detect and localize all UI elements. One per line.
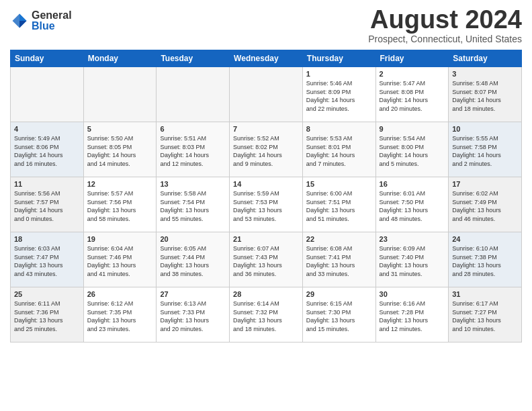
day-number: 17 (452, 180, 518, 188)
calendar-cell: 18Sunrise: 6:03 AMSunset: 7:47 PMDayligh… (11, 232, 84, 287)
day-number: 5 (87, 125, 153, 133)
calendar-cell: 13Sunrise: 5:58 AMSunset: 7:54 PMDayligh… (157, 177, 230, 232)
calendar-cell: 6Sunrise: 5:51 AMSunset: 8:03 PMDaylight… (157, 122, 230, 177)
day-number: 10 (452, 125, 518, 133)
calendar-header-friday: Friday (375, 50, 449, 67)
day-info: Sunrise: 6:04 AMSunset: 7:46 PMDaylight:… (87, 244, 153, 278)
day-number: 25 (14, 290, 80, 298)
day-info: Sunrise: 6:15 AMSunset: 7:30 PMDaylight:… (306, 300, 372, 333)
logo-icon (10, 11, 29, 30)
calendar-cell: 14Sunrise: 5:59 AMSunset: 7:53 PMDayligh… (230, 177, 303, 232)
day-number: 3 (452, 70, 518, 78)
location: Prospect, Connecticut, United States (368, 34, 522, 44)
day-info: Sunrise: 5:51 AMSunset: 8:03 PMDaylight:… (160, 134, 226, 168)
calendar-cell: 21Sunrise: 6:07 AMSunset: 7:43 PMDayligh… (230, 232, 303, 287)
day-info: Sunrise: 5:46 AMSunset: 8:09 PMDaylight:… (306, 79, 372, 113)
day-number: 23 (380, 235, 445, 243)
day-info: Sunrise: 5:55 AMSunset: 7:58 PMDaylight:… (452, 134, 518, 168)
calendar-cell: 31Sunrise: 6:17 AMSunset: 7:27 PMDayligh… (449, 287, 522, 342)
calendar-cell: 12Sunrise: 5:57 AMSunset: 7:56 PMDayligh… (83, 177, 157, 232)
day-info: Sunrise: 6:02 AMSunset: 7:49 PMDaylight:… (452, 189, 518, 223)
calendar-cell: 19Sunrise: 6:04 AMSunset: 7:46 PMDayligh… (83, 232, 157, 287)
day-number: 16 (380, 180, 445, 188)
logo-text: General Blue (32, 10, 72, 32)
calendar-cell (83, 67, 157, 122)
calendar-cell: 1Sunrise: 5:46 AMSunset: 8:09 PMDaylight… (302, 67, 375, 122)
day-info: Sunrise: 6:07 AMSunset: 7:43 PMDaylight:… (233, 244, 299, 278)
calendar-cell: 2Sunrise: 5:47 AMSunset: 8:08 PMDaylight… (375, 67, 449, 122)
day-number: 31 (452, 290, 518, 298)
page-container: General Blue August 2024 Prospect, Conne… (0, 0, 532, 346)
day-number: 4 (14, 125, 80, 133)
calendar-cell (11, 67, 84, 122)
day-number: 13 (160, 180, 226, 188)
calendar-cell: 17Sunrise: 6:02 AMSunset: 7:49 PMDayligh… (449, 177, 522, 232)
day-number: 19 (87, 235, 153, 243)
logo-blue: Blue (32, 21, 72, 32)
day-number: 29 (306, 290, 372, 298)
day-info: Sunrise: 6:11 AMSunset: 7:36 PMDaylight:… (14, 300, 80, 333)
calendar-week-4: 18Sunrise: 6:03 AMSunset: 7:47 PMDayligh… (11, 232, 522, 287)
day-number: 12 (87, 180, 153, 188)
calendar-cell: 16Sunrise: 6:01 AMSunset: 7:50 PMDayligh… (375, 177, 449, 232)
calendar-cell: 11Sunrise: 5:56 AMSunset: 7:57 PMDayligh… (11, 177, 84, 232)
calendar-cell: 9Sunrise: 5:54 AMSunset: 8:00 PMDaylight… (375, 122, 449, 177)
day-info: Sunrise: 6:13 AMSunset: 7:33 PMDaylight:… (160, 300, 226, 333)
day-info: Sunrise: 6:17 AMSunset: 7:27 PMDaylight:… (452, 300, 518, 333)
day-info: Sunrise: 5:53 AMSunset: 8:01 PMDaylight:… (306, 134, 372, 168)
day-number: 11 (14, 180, 80, 188)
calendar-cell: 3Sunrise: 5:48 AMSunset: 8:07 PMDaylight… (449, 67, 522, 122)
day-number: 26 (87, 290, 153, 298)
calendar-header-thursday: Thursday (302, 50, 375, 67)
title-section: August 2024 Prospect, Connecticut, Unite… (368, 7, 522, 44)
day-info: Sunrise: 6:09 AMSunset: 7:40 PMDaylight:… (380, 244, 445, 278)
day-info: Sunrise: 6:14 AMSunset: 7:32 PMDaylight:… (233, 300, 299, 333)
day-number: 24 (452, 235, 518, 243)
day-info: Sunrise: 6:00 AMSunset: 7:51 PMDaylight:… (306, 189, 372, 223)
calendar-week-2: 4Sunrise: 5:49 AMSunset: 8:06 PMDaylight… (11, 122, 522, 177)
day-info: Sunrise: 5:49 AMSunset: 8:06 PMDaylight:… (14, 134, 80, 168)
calendar-header-sunday: Sunday (11, 50, 84, 67)
day-number: 20 (160, 235, 226, 243)
day-number: 21 (233, 235, 299, 243)
calendar-cell: 29Sunrise: 6:15 AMSunset: 7:30 PMDayligh… (302, 287, 375, 342)
calendar-cell: 7Sunrise: 5:52 AMSunset: 8:02 PMDaylight… (230, 122, 303, 177)
calendar-cell: 22Sunrise: 6:08 AMSunset: 7:41 PMDayligh… (302, 232, 375, 287)
calendar-cell: 30Sunrise: 6:16 AMSunset: 7:28 PMDayligh… (375, 287, 449, 342)
calendar-table: SundayMondayTuesdayWednesdayThursdayFrid… (10, 50, 522, 342)
day-info: Sunrise: 5:48 AMSunset: 8:07 PMDaylight:… (452, 79, 518, 113)
logo-general: General (32, 10, 72, 21)
calendar-week-5: 25Sunrise: 6:11 AMSunset: 7:36 PMDayligh… (11, 287, 522, 342)
day-number: 9 (380, 125, 445, 133)
calendar-cell: 15Sunrise: 6:00 AMSunset: 7:51 PMDayligh… (302, 177, 375, 232)
day-number: 8 (306, 125, 372, 133)
day-info: Sunrise: 5:54 AMSunset: 8:00 PMDaylight:… (380, 134, 445, 168)
day-info: Sunrise: 5:47 AMSunset: 8:08 PMDaylight:… (380, 79, 445, 113)
day-info: Sunrise: 6:05 AMSunset: 7:44 PMDaylight:… (160, 244, 226, 278)
day-info: Sunrise: 6:01 AMSunset: 7:50 PMDaylight:… (380, 189, 445, 223)
day-number: 18 (14, 235, 80, 243)
day-number: 7 (233, 125, 299, 133)
day-number: 27 (160, 290, 226, 298)
day-info: Sunrise: 6:10 AMSunset: 7:38 PMDaylight:… (452, 244, 518, 278)
month-year: August 2024 (368, 7, 522, 32)
day-number: 22 (306, 235, 372, 243)
calendar-cell: 27Sunrise: 6:13 AMSunset: 7:33 PMDayligh… (157, 287, 230, 342)
day-info: Sunrise: 5:59 AMSunset: 7:53 PMDaylight:… (233, 189, 299, 223)
calendar-header-tuesday: Tuesday (157, 50, 230, 67)
calendar-cell (230, 67, 303, 122)
day-number: 6 (160, 125, 226, 133)
calendar-cell: 10Sunrise: 5:55 AMSunset: 7:58 PMDayligh… (449, 122, 522, 177)
calendar-cell (157, 67, 230, 122)
calendar-cell: 28Sunrise: 6:14 AMSunset: 7:32 PMDayligh… (230, 287, 303, 342)
calendar-cell: 26Sunrise: 6:12 AMSunset: 7:35 PMDayligh… (83, 287, 157, 342)
calendar-week-1: 1Sunrise: 5:46 AMSunset: 8:09 PMDaylight… (11, 67, 522, 122)
logo: General Blue (10, 10, 72, 32)
calendar-cell: 4Sunrise: 5:49 AMSunset: 8:06 PMDaylight… (11, 122, 84, 177)
calendar-header-saturday: Saturday (449, 50, 522, 67)
calendar-cell: 20Sunrise: 6:05 AMSunset: 7:44 PMDayligh… (157, 232, 230, 287)
day-info: Sunrise: 6:08 AMSunset: 7:41 PMDaylight:… (306, 244, 372, 278)
day-info: Sunrise: 6:03 AMSunset: 7:47 PMDaylight:… (14, 244, 80, 278)
calendar-cell: 8Sunrise: 5:53 AMSunset: 8:01 PMDaylight… (302, 122, 375, 177)
day-info: Sunrise: 6:12 AMSunset: 7:35 PMDaylight:… (87, 300, 153, 333)
